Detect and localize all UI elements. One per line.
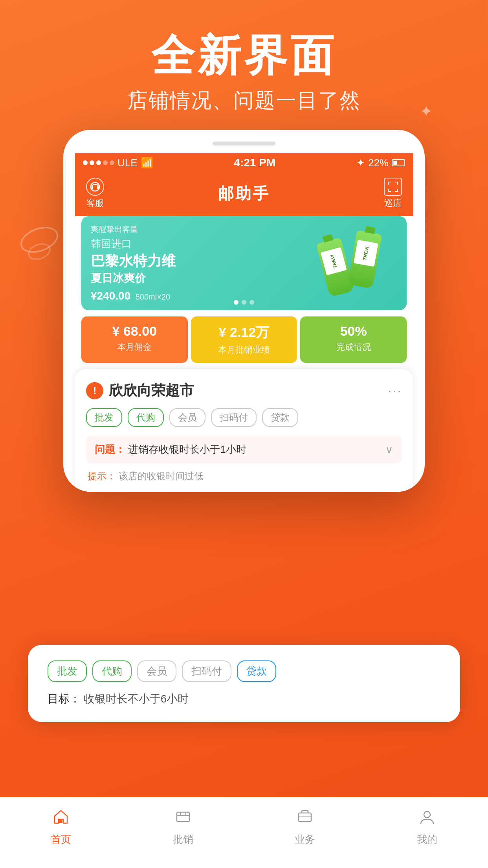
banner-text: 爽醒挚出客量 韩国进口 巴黎水特力维 夏日冰爽价 ¥240.00 500ml×2… — [91, 224, 303, 302]
svg-rect-11 — [59, 819, 62, 823]
home-svg — [52, 808, 70, 826]
svg-point-14 — [424, 811, 430, 818]
floating-tags: 批发 代购 会员 扫码付 贷款 — [48, 660, 440, 682]
svg-rect-8 — [388, 189, 389, 192]
svg-rect-10 — [397, 189, 398, 192]
banner-dot-1 — [234, 300, 238, 305]
goal-label: 目标： — [48, 693, 81, 705]
svg-rect-2 — [97, 186, 99, 189]
chevron-down-icon: ∨ — [385, 443, 393, 456]
hint-content: 该店的收银时间过低 — [119, 471, 204, 481]
signal-dots — [83, 160, 114, 165]
floating-store-card: 批发 代购 会员 扫码付 贷款 目标： 收银时长不小于6小时 — [28, 645, 460, 722]
nav-business-label: 业务 — [295, 833, 315, 846]
nav-home-label: 首页 — [51, 833, 71, 846]
bottle-2: TREVI — [347, 230, 382, 289]
tag-qrpay[interactable]: 扫码付 — [211, 408, 257, 427]
alert-icon: ! — [86, 382, 103, 399]
stat-completion[interactable]: 50% 完成情况 — [300, 316, 407, 363]
store-panel: ! 欣欣向荣超市 ··· 批发 代购 会员 扫码付 贷款 问题： 进销存收银时长… — [75, 369, 413, 492]
battery-icon — [392, 159, 405, 166]
nav-wholesale[interactable]: 批销 — [173, 808, 193, 846]
svg-rect-6 — [397, 182, 398, 185]
app-title: 邮助手 — [218, 183, 270, 204]
app-header: 客服 邮助手 巡店 — [75, 172, 413, 216]
deco-star-1: ✦ — [420, 102, 433, 120]
wifi-icon: 📶 — [141, 157, 153, 169]
store-header: ! 欣欣向荣超市 ··· — [86, 381, 402, 400]
issue-text: 问题： 进销存收银时长小于1小时 — [95, 443, 246, 456]
banner-pagination — [234, 300, 254, 305]
banner-tag: 爽醒挚出客量 — [91, 224, 303, 235]
patrol-btn[interactable]: 巡店 — [384, 178, 402, 209]
more-options-btn[interactable]: ··· — [388, 383, 402, 399]
goal-content: 收银时长不小于6小时 — [84, 693, 189, 705]
stat-value-2: 50% — [305, 324, 402, 339]
hero-subtitle: 店铺情况、问题一目了然 — [0, 87, 488, 114]
banner-price-row: ¥240.00 500ml×20 — [91, 290, 303, 302]
mine-svg — [418, 808, 436, 826]
hero-title: 全新界面 — [0, 31, 488, 79]
banner-title: 巴黎水特力维 — [91, 252, 303, 269]
clock: 4:21 PM — [234, 156, 275, 169]
cs-label: 客服 — [86, 197, 104, 209]
dot-4 — [103, 160, 108, 165]
stat-value-1: ¥ 2.12万 — [196, 324, 293, 342]
nav-mine-label: 我的 — [417, 833, 437, 846]
dot-5 — [110, 160, 114, 165]
ftag-member[interactable]: 会员 — [137, 660, 176, 682]
store-name: 欣欣向荣超市 — [109, 381, 194, 400]
tag-member[interactable]: 会员 — [169, 408, 205, 427]
dot-3 — [96, 160, 101, 165]
phone-mockup: ULE 📶 4:21 PM ✦ 22% 客服 邮助手 — [63, 130, 425, 492]
headset-icon — [90, 181, 101, 192]
status-left: ULE 📶 — [83, 157, 153, 169]
bottom-nav: 首页 批销 业务 我的 — [0, 797, 488, 868]
business-icon — [296, 808, 314, 829]
stat-label-0: 本月佣金 — [86, 341, 183, 353]
stat-sales[interactable]: ¥ 2.12万 本月批销业绩 — [191, 316, 297, 363]
ftag-proxy[interactable]: 代购 — [92, 660, 132, 682]
product-banner[interactable]: 爽醒挚出客量 韩国进口 巴黎水特力维 夏日冰爽价 ¥240.00 500ml×2… — [81, 216, 407, 310]
bottle-1: TREVI — [316, 237, 355, 297]
qr-scan-icon — [387, 181, 399, 193]
tag-loan[interactable]: 贷款 — [262, 408, 298, 427]
nav-mine[interactable]: 我的 — [417, 808, 437, 846]
issue-content: 进销存收银时长小于1小时 — [128, 443, 246, 455]
mine-icon — [418, 808, 436, 829]
phone-notch — [213, 142, 275, 145]
tag-wholesale[interactable]: 批发 — [86, 408, 122, 427]
banner-price: ¥240.00 — [91, 290, 130, 302]
svg-rect-4 — [388, 182, 389, 185]
issue-label: 问题： — [95, 443, 125, 455]
patrol-label: 巡店 — [384, 197, 402, 209]
scan-icon — [384, 178, 402, 196]
battery-area: ✦ 22% — [356, 157, 405, 169]
customer-service-btn[interactable]: 客服 — [86, 178, 104, 209]
banner-subtitle: 夏日冰爽价 — [91, 271, 303, 286]
goal-row: 目标： 收银时长不小于6小时 — [48, 691, 440, 706]
ftag-loan[interactable]: 贷款 — [237, 660, 276, 682]
banner-dot-2 — [242, 300, 246, 305]
tag-proxy[interactable]: 代购 — [128, 408, 164, 427]
stat-commission[interactable]: ¥ 68.00 本月佣金 — [81, 316, 188, 363]
banner-dot-3 — [250, 300, 254, 305]
banner-line1: 韩国进口 — [91, 237, 303, 251]
cs-icon — [86, 178, 104, 196]
store-name-row: ! 欣欣向荣超市 — [86, 381, 194, 400]
nav-business[interactable]: 业务 — [295, 808, 315, 846]
svg-rect-1 — [92, 186, 93, 189]
wholesale-svg — [174, 808, 192, 826]
issue-panel[interactable]: 问题： 进销存收银时长小于1小时 ∨ — [86, 436, 402, 463]
carrier-label: ULE — [117, 157, 138, 169]
hint-label: 提示： — [88, 471, 116, 481]
nav-home[interactable]: 首页 — [51, 808, 71, 846]
banner-image: TREVI TREVI — [303, 232, 397, 295]
stat-value-0: ¥ 68.00 — [86, 324, 183, 339]
deco-star-2: ✦ — [126, 86, 139, 105]
battery-percent: 22% — [368, 157, 389, 169]
stats-row: ¥ 68.00 本月佣金 ¥ 2.12万 本月批销业绩 50% 完成情况 — [81, 316, 407, 363]
ftag-wholesale[interactable]: 批发 — [48, 660, 87, 682]
stat-label-1: 本月批销业绩 — [196, 344, 293, 356]
ftag-qrpay[interactable]: 扫码付 — [182, 660, 231, 682]
